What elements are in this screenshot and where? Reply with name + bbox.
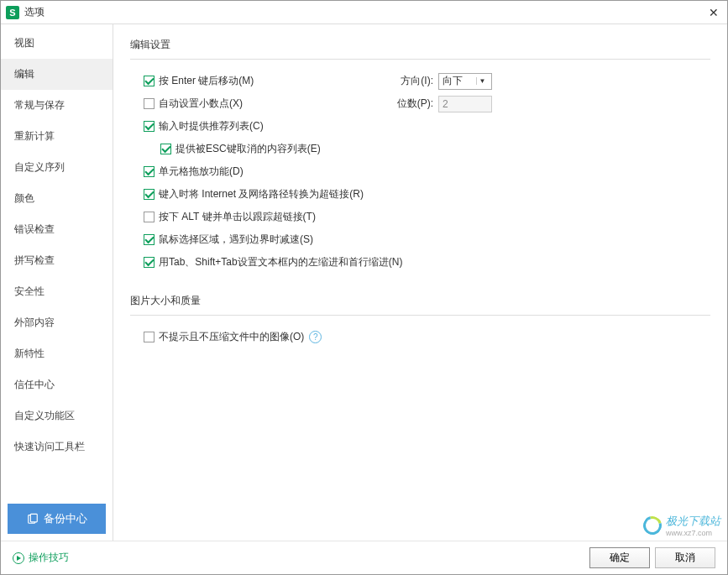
help-icon[interactable]: ? [309,331,322,343]
sidebar-item-custom-ribbon[interactable]: 自定义功能区 [1,400,113,431]
checkbox-icon [144,212,155,222]
close-button[interactable]: ✕ [700,1,727,24]
mouse-slow-checkbox[interactable]: 鼠标选择区域，遇到边界时减速(S) [144,233,313,247]
no-compress-checkbox[interactable]: 不提示且不压缩文件中的图像(O) [144,330,304,344]
checkbox-icon [144,166,155,177]
sidebar-item-spell-check[interactable]: 拼写检查 [1,245,113,276]
tab-indent-checkbox[interactable]: 用Tab、Shift+Tab设置文本框内的左缩进和首行缩进(N) [144,255,402,269]
enter-move-checkbox[interactable]: 按 Enter 键后移动(M) [144,74,254,88]
sidebar-item-general-save[interactable]: 常规与保存 [1,90,113,121]
sidebar-item-error-check[interactable]: 错误检查 [1,214,113,245]
footer: 操作技巧 确定 取消 [1,541,727,574]
checkbox-icon [160,144,171,154]
alt-track-checkbox[interactable]: 按下 ALT 键并单击以跟踪超链接(T) [144,210,316,224]
backup-label: 备份中心 [44,511,87,526]
checkbox-icon [144,189,155,200]
section-image-title: 图片大小和质量 [130,294,710,316]
drag-drop-checkbox[interactable]: 单元格拖放功能(D) [144,165,244,179]
checkbox-icon [144,121,155,132]
esc-list-checkbox[interactable]: 提供被ESC键取消的内容列表(E) [160,142,321,156]
window-title: 选项 [24,5,700,19]
sidebar-item-new-feature[interactable]: 新特性 [1,338,113,369]
sidebar-item-recalc[interactable]: 重新计算 [1,121,113,152]
direction-label: 方向(I): [401,74,433,88]
sidebar-item-qat[interactable]: 快速访问工具栏 [1,431,113,463]
sidebar-item-trust[interactable]: 信任中心 [1,369,113,400]
section-edit: 编辑设置 按 Enter 键后移动(M) 方向(I): 向下 ▼ 自 [130,38,710,274]
sidebar-item-custom-seq[interactable]: 自定义序列 [1,152,113,183]
sidebar-item-color[interactable]: 颜色 [1,183,113,214]
hyperlink-checkbox[interactable]: 键入时将 Internet 及网络路径转换为超链接(R) [144,187,364,201]
sidebar-item-external[interactable]: 外部内容 [1,307,113,338]
backup-center-button[interactable]: 备份中心 [8,504,106,534]
sidebar-item-edit[interactable]: 编辑 [1,59,113,90]
checkbox-icon [144,257,155,268]
cancel-button[interactable]: 取消 [655,547,715,568]
places-input[interactable] [438,96,492,112]
ok-button[interactable]: 确定 [589,547,650,568]
sidebar: 视图编辑常规与保存重新计算自定义序列颜色错误检查拼写检查安全性外部内容新特性信任… [1,24,113,541]
checkbox-icon [144,76,155,86]
sidebar-item-security[interactable]: 安全性 [1,276,113,307]
app-icon: S [6,6,19,19]
tips-link[interactable]: 操作技巧 [13,551,69,565]
places-label: 位数(P): [397,97,433,111]
play-circle-icon [13,552,24,564]
checkbox-icon [144,332,155,342]
section-image: 图片大小和质量 不提示且不压缩文件中的图像(O) ? [130,294,710,348]
direction-dropdown[interactable]: 向下 ▼ [438,73,492,90]
backup-icon [27,513,39,525]
sidebar-item-view[interactable]: 视图 [1,28,113,59]
checkbox-icon [144,234,155,245]
content-panel: 编辑设置 按 Enter 键后移动(M) 方向(I): 向下 ▼ 自 [113,24,727,541]
chevron-down-icon: ▼ [476,77,488,85]
svg-rect-1 [30,514,37,522]
recommend-list-checkbox[interactable]: 输入时提供推荐列表(C) [144,119,264,133]
checkbox-icon [144,98,155,109]
section-edit-title: 编辑设置 [130,38,710,60]
auto-decimal-checkbox[interactable]: 自动设置小数点(X) [144,97,243,111]
titlebar: S 选项 ✕ [1,1,727,24]
